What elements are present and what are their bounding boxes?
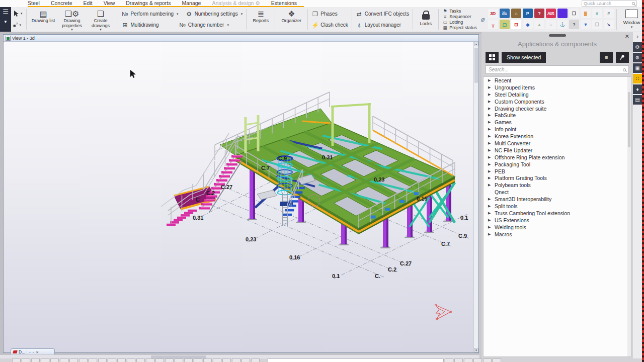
tab-view[interactable]: View [104, 0, 115, 6]
restore-window-icon[interactable]: ▫ [27, 349, 30, 355]
status-button[interactable] [12, 358, 21, 362]
view-title-bar[interactable]: View 1 - 3d [4, 35, 478, 42]
applications-components-icon[interactable]: ∷ [633, 74, 642, 83]
catalog-book-icon[interactable]: ▤ [633, 95, 642, 105]
status-button[interactable] [194, 358, 202, 362]
terrain-cone-icon[interactable]: ▲ [534, 20, 544, 29]
expand-arrow-icon[interactable]: ▶ [488, 141, 493, 145]
tree-item-us-extensions[interactable]: ▶US Extensions [484, 217, 631, 224]
select-tool-button[interactable]: ▾ [13, 9, 23, 18]
status-button[interactable] [117, 358, 126, 362]
panel-drag-handle[interactable] [549, 34, 566, 37]
project-status-button[interactable]: ▦ Project status [442, 25, 477, 30]
expand-arrow-icon[interactable]: ▶ [488, 85, 493, 89]
tree-item-polybeam-tools[interactable]: ▶Polybeam tools [484, 182, 631, 189]
status-button[interactable] [50, 358, 59, 362]
grid-tool-icon[interactable]: # [604, 9, 614, 18]
expand-arrow-icon[interactable]: ▶ [488, 232, 493, 236]
status-button[interactable] [108, 358, 116, 362]
model-view-window[interactable]: View 1 - 3d C.7C.90.310.230.160.1CC.2C.2… [3, 34, 479, 353]
snap-move-icon[interactable]: ↘ [604, 20, 614, 29]
expand-arrow-icon[interactable]: ▶ [488, 107, 493, 111]
tree-item-nc-file-updater[interactable]: ▶NC File Updater [484, 147, 631, 154]
sheets-icon[interactable]: ❐ [592, 20, 602, 29]
status-button[interactable] [232, 358, 240, 362]
tree-item-peb[interactable]: ▶PEB [484, 168, 631, 175]
tab-manage[interactable]: Manage [182, 0, 201, 6]
expand-arrow-icon[interactable]: ▶ [488, 155, 493, 159]
tree-item-packaging-tool[interactable]: ▶Packaging Tool [484, 161, 631, 168]
scrollbar-thumb[interactable] [474, 48, 478, 83]
multidrawing-button[interactable]: ⊞ Multidrawing [122, 20, 159, 30]
export-3d-pdf-icon[interactable]: 3D [488, 9, 498, 18]
expand-arrow-icon[interactable]: ▶ [488, 204, 493, 208]
expand-arrow-icon[interactable]: ▶ [488, 218, 493, 222]
change-number-button[interactable]: № Change number ▾ [179, 20, 229, 30]
tree-item-korea-extension[interactable]: ▶Korea Extension [484, 133, 631, 140]
lifting-anchor-icon[interactable]: ⚓ [557, 20, 568, 29]
status-button[interactable] [464, 358, 472, 362]
rebar-colors-icon[interactable]: # [592, 9, 602, 18]
expand-arrow-icon[interactable]: ▶ [488, 148, 493, 152]
scroll-down-icon[interactable]: ▼ [474, 348, 478, 352]
expand-arrow-icon[interactable]: ▶ [488, 113, 493, 117]
tree-item-qnect[interactable]: Qnect [484, 189, 631, 196]
help-icon[interactable]: ? [569, 20, 579, 29]
expand-arrow-icon[interactable]: ▶ [488, 211, 493, 215]
tree-item-games[interactable]: ▶Games [484, 119, 631, 126]
expand-arrow-icon[interactable]: ▶ [488, 162, 493, 166]
bench-tool-icon[interactable]: ╥ [488, 20, 498, 29]
anchor-plate-icon[interactable]: ⊡ [511, 20, 521, 29]
inquire-tool-dropdown[interactable]: ▾ [20, 23, 22, 27]
tree-item-smart3d-interoperability[interactable]: ▶Smart3D Interoperability [484, 196, 631, 203]
status-button[interactable] [89, 358, 97, 362]
sequencer-button[interactable]: ≡ Sequencer [442, 14, 477, 19]
tab-concrete[interactable]: Concrete [51, 0, 72, 6]
tree-item-fabsuite[interactable]: ▶FabSuite [484, 112, 631, 119]
tree-item-ungrouped-items[interactable]: ▶Ungrouped items [484, 84, 631, 91]
tree-item-steel-detailing[interactable]: ▶Steel Detailing [484, 91, 631, 98]
inquire-tool-button[interactable]: ■? ▾ [13, 21, 23, 30]
tag-properties-icon[interactable]: ♦ [633, 84, 642, 94]
close-icon[interactable]: ✕ [625, 33, 629, 40]
status-button[interactable] [136, 358, 145, 362]
tree-item-macros[interactable]: ▶Macros [484, 231, 631, 238]
inquiry-parts-icon[interactable]: ? [534, 9, 544, 18]
model-3d-scene[interactable]: C.7C.90.310.230.160.1CC.2C.270.310.230.1… [4, 42, 473, 352]
list-scrollbar[interactable] [627, 77, 631, 356]
expand-arrow-icon[interactable]: ▶ [488, 134, 493, 138]
profile-bars-icon[interactable]: ||| [581, 9, 591, 18]
status-button[interactable] [127, 358, 135, 362]
expand-arrow-icon[interactable]: ▶ [488, 183, 493, 187]
change-number-dropdown[interactable]: ▾ [227, 23, 229, 27]
phases-button[interactable]: ❐ Phases [311, 9, 348, 19]
status-button[interactable] [213, 358, 221, 362]
tree-item-welding-tools[interactable]: ▶Welding tools [484, 224, 631, 231]
status-button[interactable] [493, 358, 501, 362]
tree-item-truss-cambering-tool-extension[interactable]: ▶Truss Cambering Tool extension [484, 210, 631, 217]
status-input[interactable] [268, 358, 444, 362]
tree-item-platform-grating-tools[interactable]: ▶Platform Grating Tools [484, 174, 631, 182]
create-drawings-dropdown[interactable]: ▾ [100, 28, 102, 31]
status-button[interactable] [203, 358, 212, 362]
tree-item-custom-components[interactable]: ▶Custom Components [484, 98, 631, 105]
numbering-settings-dropdown[interactable]: ▾ [241, 12, 243, 16]
panel-menu-button[interactable]: ≡ [600, 52, 613, 63]
color-plate-icon[interactable] [557, 9, 568, 18]
clash-check-button[interactable]: ⚡ Clash check [311, 20, 348, 30]
expand-arrow-icon[interactable]: ▶ [488, 225, 493, 229]
layout-manager-button[interactable]: ⍋ Layout manager [356, 20, 409, 30]
pin-panel-button[interactable] [616, 52, 629, 63]
copy-drawings-icon[interactable]: ❐ [569, 9, 579, 18]
status-button[interactable] [222, 358, 231, 362]
tab-extensions[interactable]: Extensions [271, 0, 297, 6]
organizer-button[interactable]: ❖ Organizer [278, 8, 305, 24]
component-search-input[interactable]: Search... [486, 65, 629, 74]
status-button[interactable] [60, 358, 68, 362]
maximize-window-icon[interactable]: ▫ [32, 349, 34, 355]
scroll-up-icon[interactable]: ▲ [474, 42, 478, 46]
settings-gear-icon[interactable]: ⚙ [633, 53, 642, 62]
convert-ifc-button[interactable]: ⇄ Convert IFC objects [356, 9, 409, 19]
tab-steel[interactable]: Steel [28, 0, 40, 6]
tree-item-multi-converter[interactable]: ▶Multi Converter [484, 140, 631, 147]
